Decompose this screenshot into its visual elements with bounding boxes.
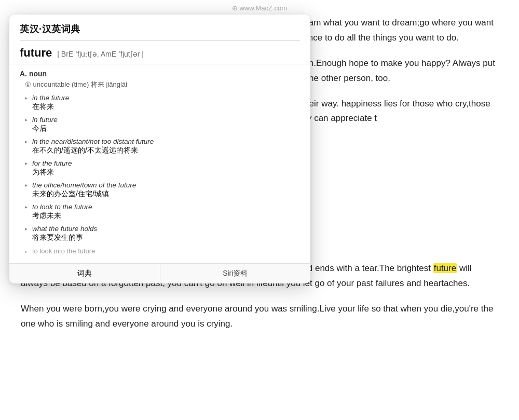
example-en: in future xyxy=(32,116,300,124)
pos-section-noun: A. noun ① uncountable (time) 将来 jiānglái… xyxy=(20,70,300,259)
example-item: to look to the future 考虑未来 xyxy=(25,201,300,222)
watermark: ⊕ www.MacZ.com xyxy=(232,4,287,12)
sense-1: ① uncountable (time) 将来 jiānglái in the … xyxy=(20,80,300,259)
example-en: in the future xyxy=(32,94,300,102)
example-en: for the future xyxy=(32,159,300,167)
example-zh: 在不久的/遥远的/不太遥远的将来 xyxy=(32,146,300,155)
example-en: to look to the future xyxy=(32,203,300,211)
example-zh: 将来要发生的事 xyxy=(32,233,300,242)
example-en: what the future holds xyxy=(32,225,300,233)
article-para5: When you were born,you were crying and e… xyxy=(21,302,498,332)
tab-dictionary[interactable]: 词典 xyxy=(9,264,160,283)
dictionary-body: A. noun ① uncountable (time) 将来 jiānglái… xyxy=(9,64,310,263)
watermark-text: ⊕ www.MacZ.com xyxy=(232,4,287,12)
example-zh: 为将来 xyxy=(32,168,300,177)
example-item: what the future holds 将来要发生的事 xyxy=(25,223,300,244)
example-item: in the future 在将来 xyxy=(25,92,300,113)
example-en: the office/home/town of the future xyxy=(32,181,300,189)
example-zh: 今后 xyxy=(32,124,300,133)
example-en: in the near/distant/not too distant futu… xyxy=(32,138,300,145)
more-hint: to look into the future xyxy=(25,245,300,259)
dictionary-popup: 英汉·汉英词典 future | BrE ˈfjuːtʃə, AmE ˈfjut… xyxy=(9,15,310,283)
highlighted-word: future xyxy=(433,263,457,273)
example-zh: 未来的办公室/住宅/城镇 xyxy=(32,189,300,199)
pronunciation: | BrE ˈfjuːtʃə, AmE ˈfjutʃər | xyxy=(57,50,144,58)
example-item: in the near/distant/not too distant futu… xyxy=(25,136,300,157)
dictionary-tabbar: 词典 Siri资料 xyxy=(9,263,310,283)
title-divider xyxy=(20,40,300,41)
tab-siri[interactable]: Siri资料 xyxy=(160,264,311,283)
example-item: for the future 为将来 xyxy=(25,158,300,179)
pos-label: A. noun xyxy=(20,70,300,78)
word-line: future | BrE ˈfjuːtʃə, AmE ˈfjutʃər | xyxy=(20,46,300,60)
headword: future xyxy=(20,46,52,60)
example-zh: 在将来 xyxy=(32,102,300,112)
sense-number: ① uncountable (time) 将来 jiānglái xyxy=(25,80,300,89)
dictionary-title: 英汉·汉英词典 xyxy=(20,23,300,35)
dictionary-header: 英汉·汉英词典 future | BrE ˈfjuːtʃə, AmE ˈfjut… xyxy=(9,15,310,64)
example-zh: 考虑未来 xyxy=(32,211,300,221)
example-item: in future 今后 xyxy=(25,114,300,135)
example-item: the office/home/town of the future 未来的办公… xyxy=(25,180,300,200)
examples-list: in the future 在将来 in future 今后 in the ne… xyxy=(25,92,300,244)
